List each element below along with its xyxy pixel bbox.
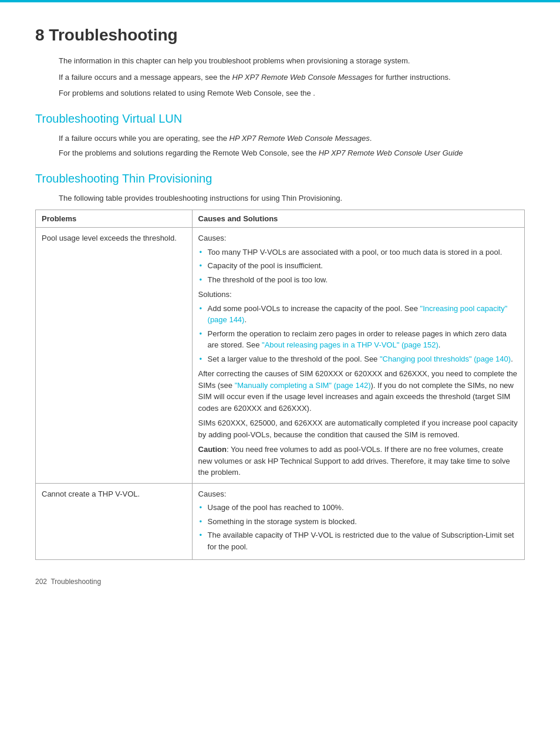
cause-item: Capacity of the pool is insufficient. (198, 260, 518, 272)
italic-ref-1: HP XP7 Remote Web Console Messages (232, 73, 373, 82)
virtual-lun-para-1: If a failure occurs while you are operat… (59, 133, 525, 144)
solutions-bullets-1: Add some pool-VOLs to increase the capac… (198, 303, 518, 365)
intro-paragraph-1: The information in this chapter can help… (59, 55, 525, 67)
cause-item: Usage of the pool has reached to 100%. (198, 502, 518, 514)
causes-label-2: Causes: (198, 488, 518, 500)
problem-cell-1: Pool usage level exceeds the threshold. (36, 228, 193, 484)
causes-label: Causes: (198, 232, 518, 244)
virtual-lun-para-2: For the problems and solutions regarding… (59, 147, 525, 159)
causes-cell-2: Causes: Usage of the pool has reached to… (192, 483, 524, 560)
link-releasing-pages[interactable]: "About releasing pages in a THP V-VOL" (… (262, 340, 438, 349)
intro-paragraph-3: For problems and solutions related to us… (59, 87, 525, 99)
thin-provisioning-intro: The following table provides troubleshoo… (59, 193, 525, 204)
column-header-problems: Problems (36, 210, 193, 228)
intro-paragraph-2: If a failure occurs and a message appear… (59, 72, 525, 83)
italic-ref-3: HP XP7 Remote Web Console User Guide (319, 148, 463, 157)
link-changing-thresholds[interactable]: "Changing pool thresholds" (page 140) (380, 355, 511, 363)
after-paragraph-1: After correcting the causes of SIM 620XX… (198, 368, 518, 414)
causes-cell-1: Causes: Too many THP V-VOLs are associat… (192, 228, 524, 484)
causes-bullets-1: Too many THP V-VOLs are associated with … (198, 247, 518, 286)
cause-item: The threshold of the pool is too low. (198, 274, 518, 286)
chapter-title: 8 Troubleshooting (35, 26, 525, 45)
causes-bullets-2: Usage of the pool has reached to 100%. S… (198, 502, 518, 552)
table-row: Pool usage level exceeds the threshold. … (36, 228, 525, 484)
after-paragraph-2: SIMs 620XXX, 625000, and 626XXX are auto… (198, 417, 518, 440)
footer-page-label: Troubleshooting (50, 578, 101, 586)
solution-item: Set a larger value to the threshold of t… (198, 353, 518, 365)
column-header-causes: Causes and Solutions (192, 210, 524, 228)
section-title-thin-provisioning: Troubleshooting Thin Provisioning (35, 172, 525, 185)
after-paragraph-3-caution: Caution: You need free volumes to add as… (198, 444, 518, 478)
page-content: 8 Troubleshooting The information in thi… (0, 2, 560, 609)
problem-cell-2: Cannot create a THP V-VOL. (36, 483, 193, 560)
page-footer: 202 Troubleshooting (35, 578, 525, 586)
troubleshooting-table: Problems Causes and Solutions Pool usage… (35, 210, 525, 560)
cause-item: Too many THP V-VOLs are associated with … (198, 247, 518, 258)
link-increasing-pool[interactable]: "Increasing pool capacity" (page 144) (208, 304, 508, 325)
table-header-row: Problems Causes and Solutions (36, 210, 525, 228)
cause-item: The available capacity of THP V-VOL is r… (198, 529, 518, 552)
solution-item: Perform the operation to reclaim zero pa… (198, 328, 518, 351)
table-row: Cannot create a THP V-VOL. Causes: Usage… (36, 483, 525, 560)
link-manually-completing[interactable]: "Manually completing a SIM" (page 142) (235, 381, 371, 390)
caution-label: Caution (198, 445, 227, 454)
solutions-label: Solutions: (198, 289, 518, 301)
italic-ref-2: HP XP7 Remote Web Console Messages (230, 134, 370, 143)
section-title-virtual-lun: Troubleshooting Virtual LUN (35, 112, 525, 126)
cause-item: Something in the storage system is block… (198, 516, 518, 528)
footer-page-number: 202 (35, 578, 47, 586)
solution-item: Add some pool-VOLs to increase the capac… (198, 303, 518, 326)
